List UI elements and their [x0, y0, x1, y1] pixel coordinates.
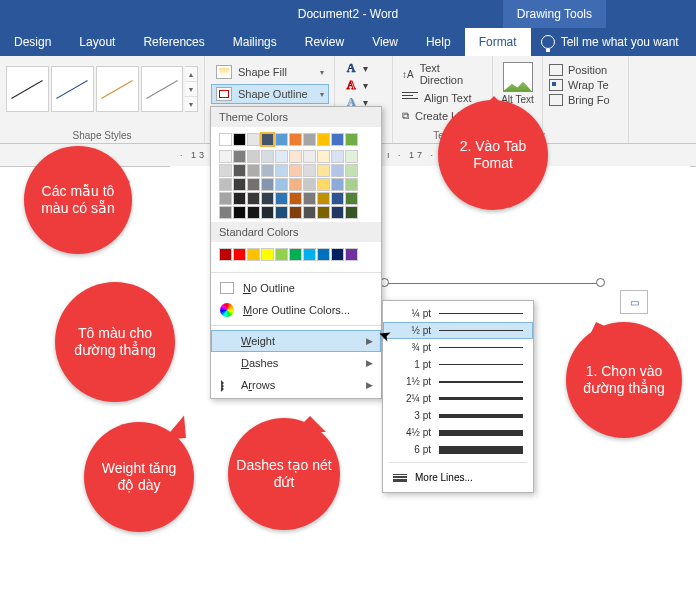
color-swatch[interactable] — [233, 150, 246, 163]
color-swatch[interactable] — [275, 192, 288, 205]
color-swatch[interactable] — [317, 192, 330, 205]
color-swatch[interactable] — [233, 248, 246, 261]
color-swatch[interactable] — [233, 178, 246, 191]
weight-option[interactable]: 1½ pt — [383, 373, 533, 390]
tab-help[interactable]: Help — [412, 28, 465, 56]
color-swatch[interactable] — [289, 133, 302, 146]
color-swatch[interactable] — [303, 248, 316, 261]
color-swatch[interactable] — [345, 133, 358, 146]
color-swatch[interactable] — [303, 150, 316, 163]
weight-option[interactable]: 4½ pt — [383, 424, 533, 441]
color-swatch[interactable] — [289, 178, 302, 191]
color-swatch[interactable] — [331, 192, 344, 205]
weight-option[interactable]: ¾ pt — [383, 339, 533, 356]
position-button[interactable]: Position — [549, 64, 622, 76]
color-swatch[interactable] — [261, 178, 274, 191]
weight-option[interactable]: 3 pt — [383, 407, 533, 424]
color-swatch[interactable] — [317, 178, 330, 191]
color-swatch[interactable] — [289, 206, 302, 219]
color-swatch[interactable] — [345, 150, 358, 163]
color-swatch[interactable] — [345, 164, 358, 177]
color-swatch[interactable] — [289, 164, 302, 177]
color-swatch[interactable] — [331, 206, 344, 219]
color-swatch[interactable] — [219, 150, 232, 163]
color-swatch[interactable] — [261, 248, 274, 261]
color-swatch[interactable] — [275, 164, 288, 177]
no-outline-item[interactable]: No Outline — [211, 277, 381, 299]
color-swatch[interactable] — [345, 192, 358, 205]
gallery-scroll[interactable]: ▴▾▾ — [185, 66, 198, 112]
color-swatch[interactable] — [247, 178, 260, 191]
wrap-text-button[interactable]: Wrap Te — [549, 79, 622, 91]
color-swatch[interactable] — [275, 178, 288, 191]
more-outline-colors-item[interactable]: More Outline Colors... — [211, 299, 381, 321]
style-thumbnail[interactable] — [6, 66, 49, 112]
tab-references[interactable]: References — [129, 28, 218, 56]
layout-options-button[interactable]: ▭ — [620, 290, 648, 314]
color-swatch[interactable] — [303, 178, 316, 191]
color-swatch[interactable] — [261, 206, 274, 219]
color-swatch[interactable] — [317, 206, 330, 219]
color-swatch[interactable] — [247, 248, 260, 261]
weight-item[interactable]: Weight ▶ — [211, 330, 381, 352]
tell-me-search[interactable]: Tell me what you want — [531, 28, 689, 56]
color-swatch[interactable] — [219, 206, 232, 219]
style-thumbnail[interactable] — [96, 66, 139, 112]
weight-option[interactable]: ¼ pt — [383, 305, 533, 322]
tab-layout[interactable]: Layout — [65, 28, 129, 56]
color-swatch[interactable] — [275, 133, 288, 146]
color-swatch[interactable] — [261, 150, 274, 163]
color-swatch[interactable] — [317, 133, 330, 146]
color-swatch[interactable] — [219, 178, 232, 191]
color-swatch[interactable] — [303, 164, 316, 177]
style-thumbnail[interactable] — [141, 66, 184, 112]
text-direction-button[interactable]: ↕A Text Direction — [399, 60, 486, 88]
text-outline-button[interactable]: A▾ — [341, 77, 386, 93]
color-swatch[interactable] — [275, 206, 288, 219]
color-swatch[interactable] — [317, 164, 330, 177]
color-swatch[interactable] — [233, 133, 246, 146]
color-swatch[interactable] — [247, 206, 260, 219]
resize-handle-right[interactable] — [596, 278, 605, 287]
color-swatch[interactable] — [345, 248, 358, 261]
color-swatch[interactable] — [219, 164, 232, 177]
color-swatch[interactable] — [289, 248, 302, 261]
color-swatch[interactable] — [219, 248, 232, 261]
weight-option[interactable]: 1 pt — [383, 356, 533, 373]
more-lines-item[interactable]: More Lines... — [383, 467, 533, 488]
color-swatch[interactable] — [233, 206, 246, 219]
tab-format[interactable]: Format — [465, 28, 531, 56]
color-swatch[interactable] — [331, 133, 344, 146]
color-swatch[interactable] — [261, 133, 274, 146]
color-swatch[interactable] — [345, 178, 358, 191]
color-swatch[interactable] — [275, 150, 288, 163]
color-swatch[interactable] — [233, 164, 246, 177]
color-swatch[interactable] — [289, 150, 302, 163]
color-swatch[interactable] — [331, 150, 344, 163]
arrows-item[interactable]: Arrows ▶ — [211, 374, 381, 396]
color-swatch[interactable] — [331, 248, 344, 261]
shape-fill-button[interactable]: Shape Fill ▾ — [211, 62, 329, 82]
weight-option[interactable]: 6 pt — [383, 441, 533, 458]
shape-outline-button[interactable]: Shape Outline ▾ — [211, 84, 329, 104]
text-fill-button[interactable]: A▾ — [341, 60, 386, 76]
color-swatch[interactable] — [317, 248, 330, 261]
tab-review[interactable]: Review — [291, 28, 358, 56]
tab-design[interactable]: Design — [0, 28, 65, 56]
color-swatch[interactable] — [303, 192, 316, 205]
shape-styles-gallery[interactable]: ▴▾▾ — [6, 60, 198, 118]
tab-view[interactable]: View — [358, 28, 412, 56]
color-swatch[interactable] — [261, 164, 274, 177]
tab-mailings[interactable]: Mailings — [219, 28, 291, 56]
weight-option[interactable]: ½ pt — [383, 322, 533, 339]
color-swatch[interactable] — [317, 150, 330, 163]
color-swatch[interactable] — [247, 164, 260, 177]
weight-option[interactable]: 2¼ pt — [383, 390, 533, 407]
color-swatch[interactable] — [289, 192, 302, 205]
bring-forward-button[interactable]: Bring Fo — [549, 94, 622, 106]
color-swatch[interactable] — [247, 150, 260, 163]
style-thumbnail[interactable] — [51, 66, 94, 112]
color-swatch[interactable] — [275, 248, 288, 261]
color-swatch[interactable] — [233, 192, 246, 205]
color-swatch[interactable] — [303, 206, 316, 219]
